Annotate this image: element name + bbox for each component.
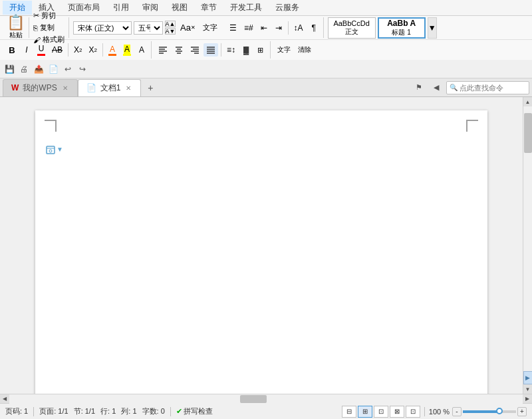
doc-tab[interactable]: 📄 文档1 ✕ bbox=[78, 79, 142, 96]
right-scrollbar: ▲ ▶ ▼ bbox=[523, 97, 532, 394]
font-group-row1: 宋体 (正文) 五号 A▲ A▼ Aa✕ 文字 bbox=[70, 17, 223, 38]
align-left-button[interactable] bbox=[156, 43, 170, 57]
spell-check-button[interactable]: ✔ 拼写检查 bbox=[176, 406, 213, 416]
style-normal[interactable]: AaBbCcDd 正文 bbox=[328, 17, 376, 39]
command-search-input[interactable] bbox=[460, 84, 526, 92]
qa-print-button[interactable]: 🖨 bbox=[17, 63, 31, 76]
bullets-button[interactable]: ☰ bbox=[227, 21, 240, 35]
style-normal-preview: AaBbCcDd bbox=[333, 19, 369, 27]
char-shading-button[interactable]: A bbox=[135, 43, 148, 57]
font-size-decrease[interactable]: A▼ bbox=[165, 28, 176, 35]
align-right-button[interactable] bbox=[188, 43, 202, 57]
superscript-button[interactable]: X2 bbox=[71, 43, 84, 57]
ribbon-row2: B I U AB X2 X2 A bbox=[0, 40, 532, 60]
numbering-button[interactable]: ≡# bbox=[241, 21, 256, 35]
wps-tab-close[interactable]: ✕ bbox=[61, 84, 69, 92]
document-page[interactable]: ▼ bbox=[35, 110, 487, 394]
zoom-in-button[interactable]: + bbox=[517, 407, 527, 416]
paste-button[interactable]: 📋 粘贴 bbox=[3, 17, 29, 38]
spell-check-icon: ✔ bbox=[176, 407, 182, 416]
tab-bar-right: ⚑ ◀ 🔍 bbox=[412, 80, 529, 95]
font-color-button[interactable]: A bbox=[106, 43, 119, 57]
new-tab-button[interactable]: + bbox=[144, 81, 157, 94]
document-area[interactable]: ▼ bbox=[0, 97, 523, 394]
zoom-slider[interactable] bbox=[463, 410, 516, 413]
menu-reference[interactable]: 引用 bbox=[106, 1, 136, 15]
show-marks-button[interactable]: ¶ bbox=[307, 21, 321, 35]
zoom-slider-area[interactable]: - + bbox=[452, 407, 527, 416]
view-mode-buttons: ⊟ ⊞ ⊡ ⊠ ⊡ bbox=[342, 406, 420, 418]
view-mode-3[interactable]: ⊡ bbox=[374, 406, 388, 418]
font-size-increase[interactable]: A▲ bbox=[165, 21, 176, 27]
indent-decrease-button[interactable]: ⇤ bbox=[257, 21, 271, 35]
document-content[interactable] bbox=[88, 150, 434, 350]
side-btn-1[interactable]: ▶ bbox=[523, 371, 533, 384]
scroll-down-button[interactable]: ▼ bbox=[523, 384, 533, 394]
sort-button[interactable]: ↕A bbox=[291, 21, 306, 35]
col-label: 列: 1 bbox=[121, 406, 136, 416]
underline-button[interactable]: U bbox=[35, 43, 48, 57]
qa-blank-button[interactable]: 📄 bbox=[47, 63, 60, 76]
clear-all-button[interactable]: 清除 bbox=[295, 43, 314, 57]
justify-button[interactable] bbox=[203, 43, 218, 57]
view-mode-1[interactable]: ⊟ bbox=[342, 406, 356, 418]
change-case-button[interactable]: 文字 bbox=[275, 43, 293, 57]
zoom-out-button[interactable]: - bbox=[452, 407, 462, 416]
quick-styles-group: AaBbCcDd 正文 AaBb A 标题 1 ▼ bbox=[328, 17, 437, 39]
cut-button[interactable]: ✂ 剪切 bbox=[31, 10, 67, 21]
qa-save-button[interactable]: 💾 bbox=[3, 63, 16, 76]
tab-list-button[interactable]: ⚑ bbox=[412, 80, 426, 95]
menu-review[interactable]: 审阅 bbox=[136, 1, 165, 15]
qa-export-button[interactable]: 📤 bbox=[32, 63, 45, 76]
doc-tab-icon: 📄 bbox=[86, 83, 96, 92]
font-family-select[interactable]: 宋体 (正文) bbox=[73, 21, 132, 35]
menu-start[interactable]: 开始 bbox=[3, 1, 32, 15]
scroll-left-button[interactable]: ◀ bbox=[0, 394, 9, 404]
doc-tab-close[interactable]: ✕ bbox=[124, 84, 132, 92]
command-search-box: 🔍 bbox=[446, 81, 529, 94]
qa-redo-button[interactable]: ↪ bbox=[76, 63, 89, 76]
menu-chapter[interactable]: 章节 bbox=[194, 1, 223, 15]
wps-tab[interactable]: W 我的WPS ✕ bbox=[3, 79, 78, 96]
highlight-button[interactable]: A bbox=[120, 43, 134, 57]
italic-button[interactable]: I bbox=[20, 43, 33, 57]
strikethrough-button[interactable]: AB bbox=[49, 43, 65, 57]
shading-button[interactable]: ▓ bbox=[239, 43, 253, 57]
cursor-dropdown: ▼ bbox=[57, 146, 63, 153]
ribbon: 📋 粘贴 ✂ 剪切 ⎘ 复制 🖌 bbox=[0, 16, 532, 60]
scroll-up-button[interactable]: ▲ bbox=[523, 97, 533, 106]
borders-button[interactable]: ⊞ bbox=[254, 43, 267, 57]
view-mode-5[interactable]: ⊡ bbox=[406, 406, 420, 418]
menu-cloud[interactable]: 云服务 bbox=[269, 1, 306, 15]
font-size-select[interactable]: 五号 bbox=[134, 21, 163, 35]
scroll-right-button[interactable]: ▶ bbox=[523, 394, 532, 404]
menu-developer[interactable]: 开发工具 bbox=[223, 1, 269, 15]
tab-nav-prev[interactable]: ◀ bbox=[429, 80, 444, 95]
scroll-track[interactable] bbox=[523, 106, 533, 371]
view-mode-2[interactable]: ⊞ bbox=[358, 406, 372, 418]
status-bar-right: ⊟ ⊞ ⊡ ⊠ ⊡ 100 % - + bbox=[342, 406, 527, 418]
styles-more-button[interactable]: ▼ bbox=[428, 17, 437, 39]
bold-button[interactable]: B bbox=[5, 43, 19, 57]
subscript-button[interactable]: X2 bbox=[86, 43, 99, 57]
doc-tab-label: 文档1 bbox=[100, 82, 121, 94]
pages-label: 页面: 1/1 bbox=[39, 406, 68, 416]
h-scroll-track[interactable] bbox=[9, 394, 523, 404]
style-heading1-label: 标题 1 bbox=[392, 28, 410, 37]
menu-bar: 开始 插入 页面布局 引用 审阅 视图 章节 开发工具 云服务 bbox=[0, 0, 532, 16]
clear-format-button[interactable]: Aa✕ bbox=[178, 21, 198, 35]
h-scroll-thumb[interactable] bbox=[240, 395, 267, 403]
align-center-button[interactable] bbox=[172, 43, 186, 57]
menu-view[interactable]: 视图 bbox=[165, 1, 194, 15]
line-spacing-button[interactable]: ≡↕ bbox=[224, 43, 238, 57]
zoom-thumb bbox=[496, 408, 503, 414]
style-heading1[interactable]: AaBb A 标题 1 bbox=[378, 17, 426, 39]
font-convert-button[interactable]: 文字 bbox=[200, 21, 220, 35]
view-mode-4[interactable]: ⊠ bbox=[390, 406, 404, 418]
copy-button[interactable]: ⎘ 复制 bbox=[31, 22, 67, 33]
scroll-thumb[interactable] bbox=[524, 113, 532, 153]
qa-undo-button[interactable]: ↩ bbox=[61, 63, 74, 76]
indent-increase-button[interactable]: ⇥ bbox=[272, 21, 285, 35]
menu-layout[interactable]: 页面布局 bbox=[61, 1, 106, 15]
wps-tab-icon: W bbox=[11, 83, 19, 92]
